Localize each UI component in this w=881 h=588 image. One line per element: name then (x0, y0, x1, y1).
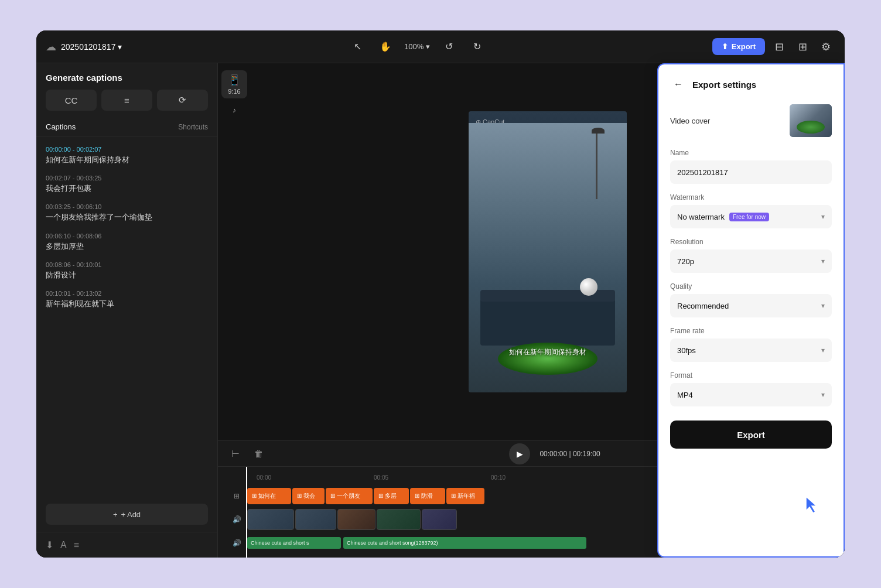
tiktok-icon: ♪ (233, 107, 236, 114)
topbar-left: ☁ 202501201817 ▾ (46, 40, 122, 53)
format-chevron-icon: ▾ (821, 391, 825, 399)
cover-rug (797, 121, 825, 134)
tiktok-button[interactable]: ♪ (221, 103, 247, 117)
video-clip-5[interactable] (422, 509, 457, 530)
caption-item-1[interactable]: 00:00:00 - 00:02:07 如何在新年期间保持身材 (36, 141, 217, 170)
ruler-mark-2: 00:10 (491, 474, 506, 481)
cover-thumb-inner (790, 104, 832, 137)
frame-rate-field-group: Frame rate 30fps ▾ (670, 327, 832, 362)
caption-time-6: 00:10:01 - 00:13:02 (46, 290, 208, 297)
stack-button[interactable]: ⊟ (770, 37, 788, 56)
project-name[interactable]: 202501201817 ▾ (61, 42, 122, 52)
caption-clip-1[interactable]: ⊞ 如何在 (247, 488, 291, 504)
quality-select[interactable]: Recommended ▾ (670, 294, 832, 317)
sidebar-bottom: ⬇ A ≡ (36, 532, 217, 558)
device-selector: 📱 9:16 ♪ (218, 63, 251, 440)
cover-label: Video cover (670, 117, 710, 125)
caption-clip-3[interactable]: ⊞ 一个朋友 (326, 488, 373, 504)
plus-icon: + (113, 510, 118, 519)
cc-tool-button[interactable]: CC (46, 90, 97, 111)
translate-tool-button[interactable]: ⟳ (157, 90, 208, 111)
split-button[interactable]: ⊞ (793, 37, 812, 56)
download-captions-button[interactable]: ⬇ (46, 539, 53, 551)
list-captions-button[interactable]: ≡ (74, 539, 79, 551)
ruler-mark-1: 00:05 (374, 474, 388, 481)
topbar-center: ↖ ✋ 100% ▾ ↺ ↻ (129, 37, 705, 56)
resolution-field-group: Resolution 720p ▾ (670, 238, 832, 273)
video-clip-3[interactable] (337, 509, 375, 530)
captions-sidebar: Generate captions CC ≡ ⟳ Captions Shortc… (36, 63, 218, 558)
caption-time-3: 00:03:25 - 00:06:10 (46, 203, 208, 210)
panel-header: ← Export settings (670, 76, 832, 93)
captions-header: Captions Shortcuts (36, 118, 217, 136)
caption-clip-2[interactable]: ⊞ 我会 (292, 488, 325, 504)
caption-tools: CC ≡ ⟳ (36, 90, 217, 118)
frame-rate-label: Frame rate (670, 327, 832, 335)
watermark-select[interactable]: No watermark Free for now ▾ (670, 205, 832, 228)
subtitle-tool-button[interactable]: ≡ (101, 90, 152, 111)
redo-button[interactable]: ↻ (467, 37, 486, 56)
trim-button[interactable]: ⊢ (227, 446, 244, 462)
settings-button[interactable]: ⚙ (817, 37, 835, 56)
video-clips (247, 509, 457, 530)
translate-captions-button[interactable]: A (60, 539, 67, 551)
audio-clip-2[interactable]: Chinese cute and short song(1283792) (343, 537, 586, 549)
export-action-button[interactable]: Export (670, 421, 832, 449)
resolution-select[interactable]: 720p ▾ (670, 249, 832, 273)
name-label: Name (670, 149, 832, 157)
cover-thumbnail[interactable] (790, 104, 832, 137)
audio-track-controls-1: 🔊 (227, 539, 246, 547)
caption-item-2[interactable]: 00:02:07 - 00:03:25 我会打开包裹 (36, 170, 217, 199)
video-clip-4[interactable] (377, 509, 421, 530)
phone-icon: 📱 (228, 74, 241, 87)
quality-value: Recommended (677, 302, 729, 310)
add-caption-button[interactable]: + + Add (46, 504, 208, 525)
audio-clip-1[interactable]: Chinese cute and short s (247, 537, 341, 549)
quality-field-group: Quality Recommended ▾ (670, 282, 832, 317)
resolution-label: Resolution (670, 238, 832, 246)
audio-clips-1: Chinese cute and short s Chinese cute an… (247, 537, 586, 549)
watermark-label: Watermark (670, 193, 832, 201)
cursor-indicator (804, 495, 820, 517)
back-button[interactable]: ← (670, 76, 687, 93)
export-panel: ← Export settings Video cover Name Water… (657, 63, 845, 558)
caption-text-3: 一个朋友给我推荐了一个瑜伽垫 (46, 212, 208, 223)
resolution-value: 720p (677, 257, 694, 266)
caption-item-6[interactable]: 00:10:01 - 00:13:02 新年福利现在就下单 (36, 285, 217, 314)
play-button[interactable]: ▶ (509, 443, 530, 464)
track-left-controls: ⊞ (227, 492, 246, 500)
watermark-field-group: Watermark No watermark Free for now ▾ (670, 193, 832, 228)
cloud-icon: ☁ (46, 40, 56, 53)
phone-device-button[interactable]: 📱 9:16 (221, 70, 247, 98)
captions-label: Captions (46, 122, 76, 131)
caption-clip-5[interactable]: ⊞ 防滑 (410, 488, 445, 504)
caption-text-5: 防滑设计 (46, 270, 208, 281)
caption-item-5[interactable]: 00:08:06 - 00:10:01 防滑设计 (36, 257, 217, 285)
export-upload-icon: ⬆ (722, 42, 728, 51)
caption-clip-4[interactable]: ⊞ 多层 (374, 488, 409, 504)
format-select[interactable]: MP4 ▾ (670, 383, 832, 406)
video-clip-2[interactable] (295, 509, 336, 530)
hand-tool-button[interactable]: ✋ (376, 37, 395, 56)
zoom-control[interactable]: 100% ▾ (404, 42, 430, 51)
undo-button[interactable]: ↺ (439, 37, 458, 56)
caption-clip-6[interactable]: ⊞ 新年福 (446, 488, 484, 504)
cc-icon: CC (65, 95, 78, 105)
quality-label: Quality (670, 282, 832, 290)
video-cover-section: Video cover (670, 104, 832, 137)
delete-button[interactable]: 🗑 (251, 446, 267, 462)
name-input[interactable] (670, 160, 832, 184)
captions-list: 00:00:00 - 00:02:07 如何在新年期间保持身材 00:02:07… (36, 136, 217, 497)
caption-item-3[interactable]: 00:03:25 - 00:06:10 一个朋友给我推荐了一个瑜伽垫 (36, 199, 217, 227)
frame-rate-select[interactable]: 30fps ▾ (670, 339, 832, 362)
export-button[interactable]: ⬆ Export (712, 38, 765, 55)
caption-clips: ⊞ 如何在 ⊞ 我会 ⊞ 一个朋友 ⊞ 多层 ⊞ 防滑 ⊞ 新年福 (247, 488, 484, 504)
video-clip-1[interactable] (247, 509, 294, 530)
dropdown-icon: ▾ (118, 42, 122, 52)
select-tool-button[interactable]: ↖ (348, 37, 367, 56)
watermark-badge: Free for now (729, 213, 769, 221)
topbar: ☁ 202501201817 ▾ ↖ ✋ 100% ▾ ↺ ↻ ⬆ Export… (36, 30, 845, 63)
caption-item-4[interactable]: 00:06:10 - 00:08:06 多层加厚垫 (36, 228, 217, 257)
caption-time-2: 00:02:07 - 00:03:25 (46, 175, 208, 182)
ruler-mark-0: 00:00 (257, 474, 271, 481)
